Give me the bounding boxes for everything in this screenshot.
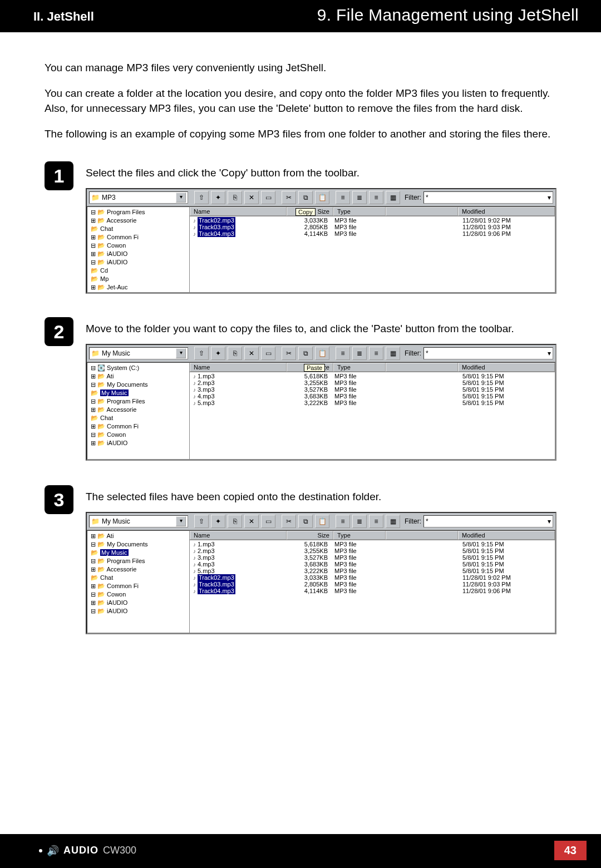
list-item[interactable]: 1.mp35,618KBMP3 file5/8/01 9:15 PM	[190, 541, 555, 548]
cut-button[interactable]: ✂	[282, 347, 296, 360]
list-item[interactable]: Track04.mp34,114KBMP3 file11/28/01 9:06 …	[190, 230, 555, 237]
col-modified[interactable]: Modified	[458, 207, 555, 216]
folder-tree[interactable]: ⊟ 📂 Program Files ⊞ 📂 Accessorie 📂 Chat …	[87, 206, 190, 293]
filter-input[interactable]: *▾	[423, 347, 553, 359]
list-item[interactable]: Track02.mp33,033KBMP3 file11/28/01 9:02 …	[190, 574, 555, 581]
delete-button[interactable]: ✕	[244, 515, 259, 528]
opt-button-3[interactable]: ≡	[369, 515, 383, 528]
tree-node[interactable]: ⊟ 📂 My Documents	[91, 381, 188, 389]
prop-button[interactable]: ⎘	[228, 191, 242, 204]
col-modified[interactable]: Modified	[458, 363, 555, 372]
opt-button-2[interactable]: ≣	[352, 347, 367, 360]
tree-node[interactable]: 📂 Cd	[91, 267, 188, 275]
tree-node[interactable]: ⊞ 📂 iAUDIO	[91, 439, 188, 447]
file-list[interactable]: Copy Name Size Type Modified Track02.mp3…	[190, 206, 555, 293]
list-item[interactable]: 3.mp33,527KBMP3 file5/8/01 9:15 PM	[190, 554, 555, 561]
tree-node[interactable]: ⊞ 📂 Common Fi	[91, 582, 188, 590]
tree-node[interactable]: 📂 My Music	[91, 389, 188, 397]
paste-button[interactable]: 📋	[315, 191, 329, 204]
list-item[interactable]: 4.mp33,683KBMP3 file5/8/01 9:15 PM	[190, 561, 555, 568]
tree-node[interactable]: ⊟ 📂 iAUDIO	[91, 258, 188, 267]
tree-node[interactable]: ⊞ 📂 Common Fi	[91, 233, 188, 241]
tree-node[interactable]: ⊞ 📂 Ati	[91, 532, 188, 540]
tree-node[interactable]: ⊟ 💽 System (C:)	[91, 364, 188, 372]
delete-button[interactable]: ✕	[244, 191, 259, 204]
folder-combo[interactable]: 📁 My Music ▾	[89, 347, 188, 359]
tree-node[interactable]: ⊞ 📂 iAUDIO	[91, 599, 188, 607]
up-button[interactable]: ⇧	[194, 347, 209, 360]
folder-combo[interactable]: 📁 MP3 ▾	[89, 191, 188, 204]
tree-node[interactable]: 📂 Mp	[91, 275, 188, 283]
opt-button-2[interactable]: ≣	[352, 191, 367, 204]
tree-node[interactable]: ⊞ 📂 Accessorie	[91, 565, 188, 574]
list-item[interactable]: 5.mp33,222KBMP3 file5/8/01 9:15 PM	[190, 568, 555, 574]
new-folder-button[interactable]: ✦	[211, 347, 225, 360]
file-list[interactable]: Name Size Type Modified 1.mp35,618KBMP3 …	[190, 530, 555, 633]
view-button[interactable]: ▦	[386, 515, 400, 528]
list-item[interactable]: Track03.mp32,805KBMP3 file11/28/01 9:03 …	[190, 224, 555, 230]
filter-input[interactable]: *▾	[423, 515, 553, 527]
list-item[interactable]: 4.mp33,683KBMP3 file5/8/01 9:15 PM	[190, 393, 555, 400]
opt-button-1[interactable]: ≡	[336, 347, 350, 360]
copy-button[interactable]: ⧉	[298, 515, 313, 528]
copy-button[interactable]: ⧉	[298, 347, 313, 360]
tree-node[interactable]: ⊟ 📂 Cowon	[91, 431, 188, 439]
up-button[interactable]: ⇧	[194, 191, 209, 204]
col-type[interactable]: Type	[333, 207, 386, 216]
col-name[interactable]: Name	[190, 531, 287, 540]
list-item[interactable]: Track04.mp34,114KBMP3 file11/28/01 9:06 …	[190, 588, 555, 594]
new-folder-button[interactable]: ✦	[211, 515, 225, 528]
folder-tree[interactable]: ⊟ 💽 System (C:) ⊞ 📂 Ati ⊟ 📂 My Documents…	[87, 362, 190, 460]
copy-button[interactable]: ⧉	[298, 191, 313, 204]
opt-button-3[interactable]: ≡	[369, 191, 383, 204]
col-type[interactable]: Type	[333, 363, 386, 372]
chevron-down-icon[interactable]: ▾	[176, 348, 186, 358]
view-button[interactable]: ▦	[386, 347, 400, 360]
view-button[interactable]: ▦	[386, 191, 400, 204]
explorer-button[interactable]: ▭	[261, 347, 275, 360]
col-modified[interactable]: Modified	[458, 531, 555, 540]
delete-button[interactable]: ✕	[244, 347, 259, 360]
file-list[interactable]: Paste Name Size Type Modified 1.mp35,618…	[190, 362, 555, 460]
list-item[interactable]: 3.mp33,527KBMP3 file5/8/01 9:15 PM	[190, 386, 555, 393]
tree-node[interactable]: 📂 Chat	[91, 414, 188, 422]
list-item[interactable]: 2.mp33,255KBMP3 file5/8/01 9:15 PM	[190, 548, 555, 554]
tree-node[interactable]: ⊞ 📂 Ati	[91, 372, 188, 381]
tree-node[interactable]: ⊟ 📂 My Documents	[91, 540, 188, 549]
tree-node[interactable]: ⊟ 📂 Cowon	[91, 590, 188, 599]
folder-tree[interactable]: ⊞ 📂 Ati⊟ 📂 My Documents 📂 My Music⊟ 📂 Pr…	[87, 530, 190, 633]
tree-node[interactable]: ⊞ 📂 Accessorie	[91, 406, 188, 414]
chevron-down-icon[interactable]: ▾	[548, 194, 551, 201]
col-type[interactable]: Type	[333, 531, 386, 540]
paste-button[interactable]: 📋	[315, 347, 329, 360]
new-folder-button[interactable]: ✦	[211, 191, 225, 204]
cut-button[interactable]: ✂	[282, 515, 296, 528]
tree-node[interactable]: ⊟ 📂 iAUDIO	[91, 607, 188, 615]
chevron-down-icon[interactable]: ▾	[176, 516, 186, 526]
folder-combo[interactable]: 📁 My Music ▾	[89, 515, 188, 527]
chevron-down-icon[interactable]: ▾	[548, 349, 551, 357]
tree-node[interactable]: ⊞ 📂 Common Fi	[91, 422, 188, 431]
tree-node[interactable]: ⊟ 📂 Program Files	[91, 557, 188, 565]
opt-button-1[interactable]: ≡	[336, 515, 350, 528]
list-item[interactable]: 2.mp33,255KBMP3 file5/8/01 9:15 PM	[190, 379, 555, 386]
prop-button[interactable]: ⎘	[228, 347, 242, 360]
list-item[interactable]: Track02.mp33,033KBMP3 file11/28/01 9:02 …	[190, 217, 555, 224]
col-size[interactable]: Size	[287, 531, 333, 540]
tree-node[interactable]: 📂 My Music	[91, 549, 188, 557]
cut-button[interactable]: ✂	[282, 191, 296, 204]
up-button[interactable]: ⇧	[194, 515, 209, 528]
list-item[interactable]: 5.mp33,222KBMP3 file5/8/01 9:15 PM	[190, 400, 555, 406]
chevron-down-icon[interactable]: ▾	[548, 517, 551, 525]
chevron-down-icon[interactable]: ▾	[176, 193, 186, 203]
explorer-button[interactable]: ▭	[261, 515, 275, 528]
filter-input[interactable]: *▾	[423, 191, 553, 204]
tree-node[interactable]: ⊟ 📂 Program Files	[91, 397, 188, 406]
tree-node[interactable]: ⊞ 📂 iAUDIO	[91, 250, 188, 258]
tree-node[interactable]: ⊞ 📂 Jet-Auc	[91, 283, 188, 292]
col-name[interactable]: Name	[190, 363, 287, 372]
prop-button[interactable]: ⎘	[228, 515, 242, 528]
col-name[interactable]: Name	[190, 207, 287, 216]
paste-button[interactable]: 📋	[315, 515, 329, 528]
opt-button-1[interactable]: ≡	[336, 191, 350, 204]
